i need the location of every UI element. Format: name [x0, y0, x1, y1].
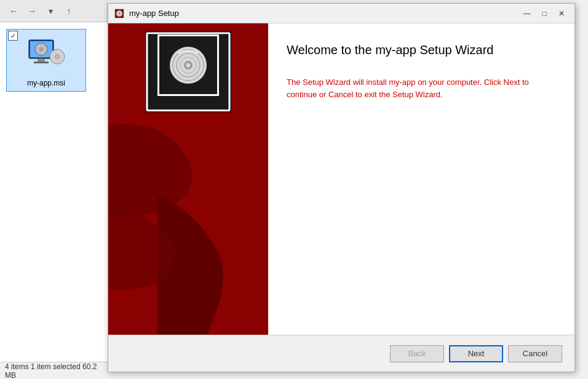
- dialog-title-icon: [113, 7, 125, 20]
- status-text: 4 items 1 item selected 60.2 MB: [5, 362, 103, 380]
- dialog-left-panel: [108, 23, 268, 335]
- disc-icon-box-overlay: [157, 34, 219, 96]
- svg-rect-6: [34, 62, 49, 63]
- explorer-sidebar: ← → ▾ ↑ ✓: [0, 0, 108, 379]
- dialog-titlebar: my-app Setup — □ ✕: [108, 4, 574, 23]
- status-bar: 4 items 1 item selected 60.2 MB: [0, 362, 108, 379]
- file-area: ✓: [0, 23, 108, 362]
- svg-point-9: [57, 56, 58, 58]
- dialog-right-panel: Welcome to the my-app Setup Wizard The S…: [268, 23, 574, 335]
- file-checkbox[interactable]: ✓: [8, 31, 18, 41]
- history-dropdown-button[interactable]: ▾: [42, 2, 59, 20]
- file-label: my-app.msi: [27, 79, 65, 87]
- file-item[interactable]: ✓: [6, 29, 86, 92]
- svg-rect-5: [38, 58, 45, 62]
- dialog-content: Welcome to the my-app Setup Wizard The S…: [108, 23, 574, 335]
- back-button[interactable]: ←: [5, 2, 22, 20]
- setup-dialog: my-app Setup — □ ✕: [108, 3, 575, 372]
- svg-point-12: [119, 12, 121, 14]
- title-icon-svg: [114, 9, 124, 18]
- file-icon: [25, 33, 68, 76]
- disc-icon-overlay: [167, 44, 210, 87]
- msi-icon-svg: [26, 35, 66, 74]
- svg-point-28: [186, 63, 191, 68]
- wizard-title: Welcome to the my-app Setup Wizard: [287, 42, 556, 58]
- wizard-description: The Setup Wizard will install my-app on …: [287, 76, 533, 100]
- close-button[interactable]: ✕: [554, 7, 570, 20]
- maximize-button[interactable]: □: [536, 7, 552, 20]
- up-button[interactable]: ↑: [60, 2, 77, 20]
- minimize-button[interactable]: —: [519, 7, 535, 20]
- dialog-title-text: my-app Setup: [129, 9, 518, 18]
- cancel-button[interactable]: Cancel: [508, 345, 562, 362]
- nav-bar: ← → ▾ ↑: [0, 0, 107, 22]
- svg-point-4: [41, 49, 42, 50]
- forward-button[interactable]: →: [23, 2, 41, 20]
- next-button[interactable]: Next: [449, 345, 503, 362]
- back-button[interactable]: Back: [390, 345, 444, 362]
- dialog-footer: Back Next Cancel: [108, 335, 574, 372]
